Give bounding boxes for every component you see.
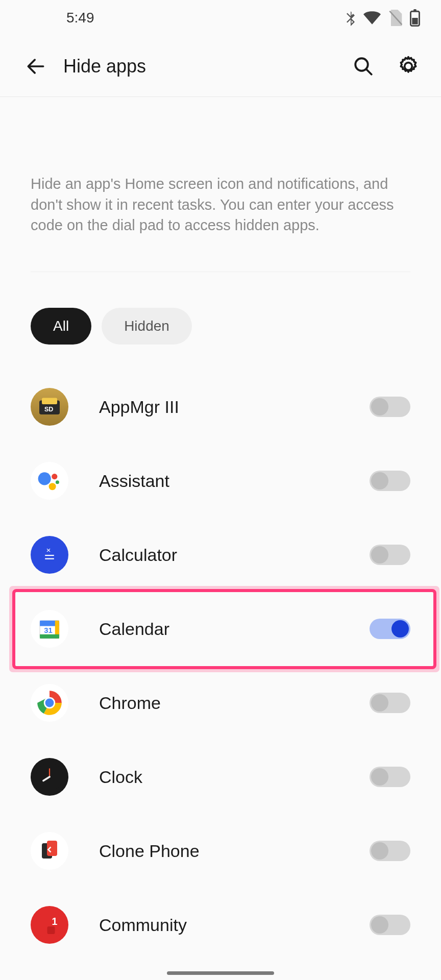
calendar-icon: 31 xyxy=(31,610,68,648)
bluetooth-icon xyxy=(345,10,356,26)
app-name-label: Calendar xyxy=(99,619,339,639)
gear-icon xyxy=(397,55,420,78)
toggle-clone[interactable] xyxy=(370,841,410,861)
toggle-chrome[interactable] xyxy=(370,693,410,713)
toggle-knob xyxy=(371,472,388,489)
app-name-label: Clone Phone xyxy=(99,841,339,861)
app-row-calculator[interactable]: ×Calculator xyxy=(31,518,421,592)
svg-point-28 xyxy=(36,911,63,939)
svg-point-8 xyxy=(52,474,57,479)
settings-button[interactable] xyxy=(396,54,421,79)
no-sim-icon xyxy=(388,10,402,26)
toggle-knob xyxy=(371,398,388,415)
toggle-appmgr[interactable] xyxy=(370,397,410,417)
description-block: Hide an app's Home screen icon and notif… xyxy=(0,97,441,272)
app-row-assistant[interactable]: Assistant xyxy=(31,444,421,518)
app-row-clone[interactable]: Clone Phone xyxy=(31,814,421,888)
community-icon: 1 xyxy=(31,906,68,944)
tab-hidden[interactable]: Hidden xyxy=(102,308,192,345)
svg-rect-5 xyxy=(42,398,57,405)
calculator-icon: × xyxy=(31,536,68,574)
toggle-assistant[interactable] xyxy=(370,471,410,491)
app-bar: Hide apps xyxy=(0,36,441,97)
toggle-knob xyxy=(391,620,409,638)
arrow-left-icon xyxy=(24,55,47,78)
search-icon xyxy=(353,56,374,77)
svg-text:×: × xyxy=(46,546,51,554)
svg-text:31: 31 xyxy=(44,626,53,634)
app-name-label: Assistant xyxy=(99,471,339,491)
svg-point-10 xyxy=(49,483,56,490)
chrome-icon xyxy=(31,684,68,722)
app-name-label: Chrome xyxy=(99,693,339,713)
app-name-label: AppMgr III xyxy=(99,397,339,417)
svg-rect-2 xyxy=(412,18,418,24)
app-name-label: Calculator xyxy=(99,545,339,565)
app-row-calendar[interactable]: 31Calendar xyxy=(15,592,433,666)
svg-rect-27 xyxy=(47,841,57,856)
app-row-clock[interactable]: Clock xyxy=(31,740,421,814)
svg-rect-1 xyxy=(413,9,416,11)
appmgr-icon: SD xyxy=(31,388,68,426)
app-row-appmgr[interactable]: SDAppMgr III xyxy=(31,370,421,444)
wifi-icon xyxy=(363,11,381,24)
toggle-community[interactable] xyxy=(370,915,410,935)
back-button[interactable] xyxy=(20,51,51,82)
nav-handle[interactable] xyxy=(167,971,274,975)
app-name-label: Clock xyxy=(99,767,339,787)
svg-rect-29 xyxy=(47,926,55,934)
svg-point-22 xyxy=(45,699,54,707)
svg-point-7 xyxy=(38,472,51,485)
toggle-knob xyxy=(371,546,388,564)
clone-icon xyxy=(31,832,68,870)
description-text: Hide an app's Home screen icon and notif… xyxy=(31,174,410,272)
clock-icon xyxy=(31,758,68,796)
svg-text:SD: SD xyxy=(44,406,53,413)
toggle-knob xyxy=(371,694,388,712)
search-button[interactable] xyxy=(351,54,376,79)
svg-point-9 xyxy=(56,481,59,484)
app-name-label: Community xyxy=(99,915,339,935)
svg-rect-13 xyxy=(45,558,54,559)
toggle-clock[interactable] xyxy=(370,767,410,787)
toggle-knob xyxy=(371,768,388,786)
app-row-community[interactable]: 1Community xyxy=(31,888,421,962)
page-title: Hide apps xyxy=(63,56,351,77)
svg-text:1: 1 xyxy=(52,916,58,927)
status-bar: 5:49 xyxy=(0,0,441,36)
tab-all[interactable]: All xyxy=(31,308,91,345)
app-list: SDAppMgr IIIAssistant×Calculator31Calend… xyxy=(0,370,441,962)
toggle-calendar[interactable] xyxy=(370,619,410,639)
assistant-icon xyxy=(31,462,68,500)
toggle-knob xyxy=(371,842,388,860)
toggle-knob xyxy=(371,916,388,934)
status-time: 5:49 xyxy=(66,10,94,26)
svg-rect-12 xyxy=(45,555,54,556)
filter-tabs: All Hidden xyxy=(0,272,441,370)
app-row-chrome[interactable]: Chrome xyxy=(31,666,421,740)
battery-icon xyxy=(409,9,421,27)
status-icons xyxy=(345,9,421,27)
toggle-calculator[interactable] xyxy=(370,545,410,565)
